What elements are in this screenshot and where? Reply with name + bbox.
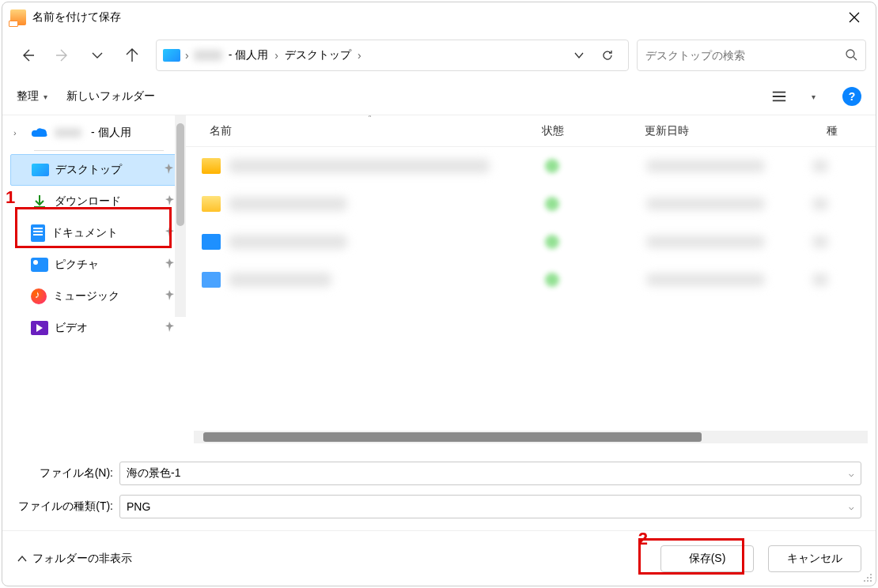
forward-button[interactable] [47,40,78,71]
sidebar-item-label: ビデオ [55,321,158,335]
sidebar-item-label: ダウンロード [55,194,158,209]
filename-label: ファイル名(N): [17,466,119,481]
status-icon [545,159,559,173]
chevron-down-icon: ▾ [44,92,47,101]
chevron-down-icon[interactable]: ⌵ [849,502,854,512]
annotation-number-1: 1 [6,187,15,208]
arrow-up-icon [125,48,139,62]
pin-icon [164,164,174,176]
dialog-title: 名前を付けて保存 [32,10,121,24]
file-icon [202,234,221,250]
document-icon [31,224,45,242]
chevron-down-icon [90,48,104,62]
cancel-button[interactable]: キャンセル [768,545,861,572]
sidebar: › - 個人用 デスクトップ ダウンロード [2,115,186,451]
titlebar: 名前を付けて保存 [2,2,876,32]
status-icon [545,235,559,249]
chevron-right-icon: › [13,128,25,138]
close-button[interactable] [836,5,872,30]
file-row[interactable] [186,223,876,261]
filename-area: ファイル名(N): 海の景色-1 ⌵ ファイルの種類(T): PNG ⌵ [2,451,876,530]
sidebar-item-downloads[interactable]: ダウンロード [10,186,180,217]
file-row[interactable] [186,261,876,299]
chevron-up-icon [17,553,28,564]
navbar: › - 個人用 › デスクトップ › [2,32,876,78]
cancel-label: キャンセル [787,552,842,566]
download-icon [31,193,48,210]
search-input[interactable] [645,49,845,62]
filename-field[interactable]: 海の景色-1 ⌵ [119,462,861,485]
bottom-bar: フォルダーの非表示 保存(S) キャンセル [2,530,876,586]
save-as-dialog: 名前を付けて保存 › - 個人用 › デスクトップ › [2,2,876,586]
refresh-button[interactable] [593,41,622,70]
column-kind[interactable]: 種 [827,124,876,138]
status-icon [545,273,559,287]
new-folder-button[interactable]: 新しいフォルダー [66,89,155,104]
column-headers[interactable]: ˄ 名前 状態 更新日時 種 [186,115,876,147]
sidebar-item-documents[interactable]: ドキュメント [10,217,180,249]
column-status[interactable]: 状態 [542,124,645,138]
app-icon [10,9,26,25]
music-icon [31,288,47,304]
sidebar-item-music[interactable]: ミュージック [10,281,180,312]
resize-grip[interactable] [861,571,872,582]
breadcrumb-desktop[interactable]: デスクトップ [283,48,353,62]
annotation-number-2: 2 [638,529,648,549]
arrow-right-icon [55,48,70,62]
svg-point-0 [846,50,854,58]
filetype-value: PNG [127,500,150,513]
onedrive-icon [31,124,48,141]
file-row[interactable] [186,185,876,223]
breadcrumb-user-suffix[interactable]: - 個人用 [227,48,271,62]
file-pane: ˄ 名前 状態 更新日時 種 [186,115,876,451]
chevron-down-icon[interactable]: ⌵ [849,469,854,479]
sidebar-scrollbar[interactable] [175,115,186,317]
filename-value: 海の景色-1 [127,466,180,481]
new-folder-label: 新しいフォルダー [66,89,155,104]
address-bar[interactable]: › - 個人用 › デスクトップ › [156,40,629,71]
status-icon [545,197,559,211]
column-date[interactable]: 更新日時 [645,124,827,138]
pin-icon [165,227,175,239]
horizontal-scrollbar[interactable] [194,431,868,443]
sidebar-item-label: ドキュメント [51,226,158,240]
back-button[interactable] [12,40,44,71]
recent-dropdown[interactable] [81,40,113,71]
file-row[interactable] [186,147,876,185]
save-label: 保存(S) [689,552,726,566]
search-box[interactable] [637,40,866,71]
desktop-icon [32,164,49,176]
sidebar-divider [34,150,164,151]
file-rows [186,147,876,426]
breadcrumb-user[interactable] [194,50,222,61]
save-button[interactable]: 保存(S) [660,545,754,572]
filetype-field[interactable]: PNG ⌵ [119,495,861,518]
address-history-button[interactable] [565,41,593,70]
sidebar-item-pictures[interactable]: ピクチャ [10,249,180,281]
folder-icon [202,196,221,212]
toolbar: 整理 ▾ 新しいフォルダー ▾ ? [2,78,876,115]
folder-icon [163,49,180,62]
view-options-button[interactable] [766,85,793,108]
chevron-down-icon[interactable]: ▾ [812,92,816,101]
sidebar-item-label: ミュージック [53,289,158,303]
sidebar-onedrive-suffix: - 個人用 [91,126,175,140]
hide-folders-toggle[interactable]: フォルダーの非表示 [17,552,132,566]
sidebar-item-desktop[interactable]: デスクトップ [10,154,180,186]
sidebar-item-videos[interactable]: ビデオ [10,312,180,344]
file-icon [202,272,221,288]
help-button[interactable]: ? [842,87,861,106]
pin-icon [165,195,175,208]
picture-icon [31,258,48,272]
column-name[interactable]: 名前 [210,124,542,138]
pin-icon [165,322,175,334]
organize-menu[interactable]: 整理 ▾ [17,89,47,104]
sidebar-user-blur [55,128,81,138]
refresh-icon [601,49,614,62]
arrow-left-icon [21,48,35,62]
up-button[interactable] [116,40,148,71]
sidebar-item-onedrive[interactable]: › - 個人用 [10,119,180,147]
sidebar-item-label: デスクトップ [55,163,157,177]
search-icon [845,48,857,63]
hide-folders-label: フォルダーの非表示 [32,552,132,566]
